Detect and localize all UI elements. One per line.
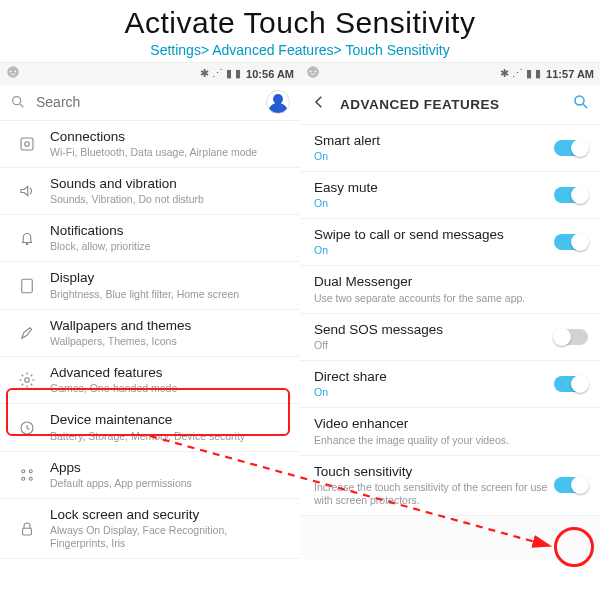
row-sub: On bbox=[314, 386, 550, 399]
display-icon bbox=[14, 277, 40, 295]
svg-rect-15 bbox=[23, 528, 32, 535]
row-title: Display bbox=[50, 270, 288, 286]
settings-screen: ✱ ⋰ ▮ ▮ 10:56 AM ConnectionsWi-Fi, Bluet… bbox=[0, 62, 300, 560]
tutorial-header: Activate Touch Sensitivity Settings> Adv… bbox=[0, 0, 600, 62]
row-title: Notifications bbox=[50, 223, 288, 239]
row-title: Direct share bbox=[314, 369, 550, 385]
signal-icon: ▮ bbox=[526, 67, 532, 80]
row-lock-screen[interactable]: Lock screen and securityAlways On Displa… bbox=[0, 499, 300, 559]
advanced-features-screen: ✱ ⋰ ▮ ▮ 11:57 AM ADVANCED FEATURES Smart… bbox=[300, 62, 600, 560]
svg-line-4 bbox=[20, 104, 23, 107]
row-sounds[interactable]: Sounds and vibrationSounds, Vibration, D… bbox=[0, 168, 300, 215]
apps-icon bbox=[14, 466, 40, 484]
search-bar[interactable] bbox=[0, 85, 300, 121]
svg-line-20 bbox=[583, 104, 587, 108]
row-title: Dual Messenger bbox=[314, 274, 588, 290]
row-dual-messenger[interactable]: Dual MessengerUse two separate accounts … bbox=[300, 266, 600, 313]
svg-point-18 bbox=[314, 71, 316, 73]
row-title: Smart alert bbox=[314, 133, 550, 149]
signal-icon: ▮ bbox=[226, 67, 232, 80]
svg-point-7 bbox=[26, 244, 28, 246]
reddit-icon bbox=[306, 65, 320, 82]
app-bar: ADVANCED FEATURES bbox=[300, 85, 600, 125]
brush-icon bbox=[14, 324, 40, 342]
sound-icon bbox=[14, 182, 40, 200]
svg-point-16 bbox=[307, 66, 319, 78]
row-sub: Brightness, Blue light filter, Home scre… bbox=[50, 288, 288, 301]
row-easy-mute[interactable]: Easy muteOn bbox=[300, 172, 600, 219]
search-icon bbox=[10, 94, 26, 110]
row-sub: Battery, Storage, Memory, Device securit… bbox=[50, 430, 288, 443]
row-sub: Off bbox=[314, 339, 550, 352]
svg-point-19 bbox=[575, 96, 584, 105]
toggle[interactable] bbox=[554, 187, 588, 203]
row-advanced-features[interactable]: Advanced featuresGames, One-handed mode bbox=[0, 357, 300, 404]
row-sub: Sounds, Vibration, Do not disturb bbox=[50, 193, 288, 206]
row-sub: On bbox=[314, 150, 550, 163]
battery-icon: ▮ bbox=[535, 67, 541, 80]
row-sub: Block, allow, prioritize bbox=[50, 240, 288, 253]
row-apps[interactable]: AppsDefault apps, App permissions bbox=[0, 452, 300, 499]
row-title: Wallpapers and themes bbox=[50, 318, 288, 334]
row-sub: Always On Display, Face Recognition, Fin… bbox=[50, 524, 288, 550]
row-sub: Enhance the image quality of your videos… bbox=[314, 434, 588, 447]
toggle[interactable] bbox=[554, 376, 588, 392]
row-sub: Games, One-handed mode bbox=[50, 382, 288, 395]
svg-point-14 bbox=[29, 477, 32, 480]
svg-point-2 bbox=[14, 71, 16, 73]
row-title: Swipe to call or send messages bbox=[314, 227, 550, 243]
toggle[interactable] bbox=[554, 477, 588, 493]
connections-icon bbox=[14, 135, 40, 153]
row-swipe-call[interactable]: Swipe to call or send messagesOn bbox=[300, 219, 600, 266]
svg-point-11 bbox=[22, 470, 25, 473]
row-touch-sensitivity[interactable]: Touch sensitivityIncrease the touch sens… bbox=[300, 456, 600, 516]
row-video-enhancer[interactable]: Video enhancerEnhance the image quality … bbox=[300, 408, 600, 455]
row-direct-share[interactable]: Direct shareOn bbox=[300, 361, 600, 408]
page-title: Activate Touch Sensitivity bbox=[0, 6, 600, 40]
row-notifications[interactable]: NotificationsBlock, allow, prioritize bbox=[0, 215, 300, 262]
toggle[interactable] bbox=[554, 140, 588, 156]
breadcrumb: Settings> Advanced Features> Touch Sensi… bbox=[0, 42, 600, 60]
row-title: Video enhancer bbox=[314, 416, 588, 432]
row-title: Easy mute bbox=[314, 180, 550, 196]
search-button[interactable] bbox=[572, 93, 590, 115]
row-sub: Use two separate accounts for the same a… bbox=[314, 292, 588, 305]
toggle[interactable] bbox=[554, 329, 588, 345]
row-title: Device maintenance bbox=[50, 412, 288, 428]
row-sub: Wi-Fi, Bluetooth, Data usage, Airplane m… bbox=[50, 146, 288, 159]
battery-icon: ▮ bbox=[235, 67, 241, 80]
clock: 11:57 AM bbox=[546, 68, 594, 80]
row-title: Touch sensitivity bbox=[314, 464, 550, 480]
row-title: Lock screen and security bbox=[50, 507, 288, 523]
screen-title: ADVANCED FEATURES bbox=[340, 97, 560, 112]
back-button[interactable] bbox=[310, 93, 328, 115]
row-smart-alert[interactable]: Smart alertOn bbox=[300, 125, 600, 172]
settings-list: ConnectionsWi-Fi, Bluetooth, Data usage,… bbox=[0, 121, 300, 560]
avatar[interactable] bbox=[266, 90, 290, 114]
gear-icon bbox=[14, 371, 40, 389]
features-list: Smart alertOn Easy muteOn Swipe to call … bbox=[300, 125, 600, 517]
row-sub: On bbox=[314, 244, 550, 257]
row-connections[interactable]: ConnectionsWi-Fi, Bluetooth, Data usage,… bbox=[0, 121, 300, 168]
row-device-maintenance[interactable]: Device maintenanceBattery, Storage, Memo… bbox=[0, 404, 300, 451]
row-sub: Default apps, App permissions bbox=[50, 477, 288, 490]
svg-point-17 bbox=[310, 71, 312, 73]
bell-icon bbox=[14, 229, 40, 247]
svg-point-6 bbox=[25, 141, 30, 146]
row-title: Advanced features bbox=[50, 365, 288, 381]
toggle[interactable] bbox=[554, 234, 588, 250]
row-title: Connections bbox=[50, 129, 288, 145]
svg-rect-5 bbox=[21, 138, 33, 150]
row-wallpapers[interactable]: Wallpapers and themesWallpapers, Themes,… bbox=[0, 310, 300, 357]
device-icon bbox=[14, 419, 40, 437]
row-sos[interactable]: Send SOS messagesOff bbox=[300, 314, 600, 361]
svg-point-9 bbox=[25, 378, 30, 383]
bluetooth-icon: ✱ bbox=[500, 67, 509, 80]
svg-point-1 bbox=[10, 71, 12, 73]
row-sub: On bbox=[314, 197, 550, 210]
row-display[interactable]: DisplayBrightness, Blue light filter, Ho… bbox=[0, 262, 300, 309]
wifi-icon: ⋰ bbox=[512, 67, 523, 80]
status-bar: ✱ ⋰ ▮ ▮ 11:57 AM bbox=[300, 63, 600, 85]
clock: 10:56 AM bbox=[246, 68, 294, 80]
search-input[interactable] bbox=[36, 94, 256, 110]
